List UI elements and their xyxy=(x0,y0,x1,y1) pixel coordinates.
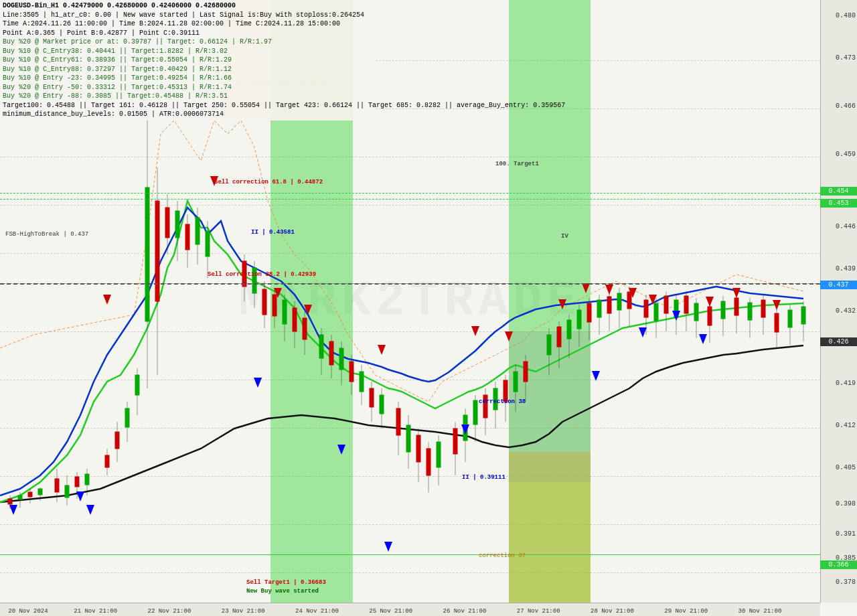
svg-marker-159 xyxy=(605,285,613,295)
svg-rect-120 xyxy=(684,296,688,313)
svg-rect-78 xyxy=(453,429,457,454)
svg-rect-112 xyxy=(644,300,648,317)
svg-rect-100 xyxy=(577,310,581,329)
svg-rect-102 xyxy=(587,303,591,322)
svg-rect-48 xyxy=(283,300,287,324)
svg-marker-156 xyxy=(505,331,513,341)
svg-rect-30 xyxy=(165,208,169,238)
svg-rect-104 xyxy=(597,300,601,317)
svg-rect-134 xyxy=(775,313,779,332)
target-line: Target100: 0.45488 || Target 161: 0.4612… xyxy=(3,101,372,110)
svg-rect-90 xyxy=(514,372,518,392)
svg-rect-62 xyxy=(360,372,364,392)
svg-rect-64 xyxy=(370,388,374,407)
svg-rect-116 xyxy=(664,296,668,313)
svg-rect-114 xyxy=(654,303,658,321)
price-391: 0.391 xyxy=(836,530,856,538)
price-446: 0.446 xyxy=(836,223,856,230)
svg-rect-130 xyxy=(748,303,752,320)
svg-rect-50 xyxy=(293,308,297,331)
svg-rect-132 xyxy=(761,300,765,317)
svg-marker-154 xyxy=(378,345,386,355)
time-28nov: 28 Nov 21:00 xyxy=(591,608,634,615)
svg-rect-60 xyxy=(349,362,354,382)
price-366: 0.366 xyxy=(820,560,857,569)
price-378: 0.378 xyxy=(836,579,856,586)
price-473: 0.473 xyxy=(836,54,856,62)
price-405: 0.405 xyxy=(836,464,856,471)
svg-rect-26 xyxy=(145,187,149,321)
buy-line-1: Buy %10 @ C_Entry38: 0.40441 || Target:1… xyxy=(3,47,372,56)
svg-rect-12 xyxy=(65,485,69,497)
buy-line-6: Buy %20 @ Entry -88: 0.3085 || Target:0.… xyxy=(3,92,372,101)
svg-rect-82 xyxy=(473,400,477,425)
correction-87: correction 87 xyxy=(479,552,526,559)
svg-marker-145 xyxy=(461,425,469,435)
svg-rect-24 xyxy=(135,375,139,395)
target1-line-2 xyxy=(0,199,820,200)
svg-marker-146 xyxy=(592,371,600,381)
fsb-high-break-line xyxy=(0,283,820,285)
svg-marker-163 xyxy=(732,288,741,298)
svg-marker-142 xyxy=(254,378,262,388)
price-432: 0.432 xyxy=(836,307,856,315)
svg-rect-106 xyxy=(607,297,611,313)
target1-line xyxy=(0,193,820,194)
time-30nov: 30 Nov 21:00 xyxy=(738,608,782,615)
svg-rect-92 xyxy=(524,362,528,382)
svg-marker-143 xyxy=(337,445,345,455)
svg-rect-20 xyxy=(115,432,119,449)
time-21nov: 21 Nov 21:00 xyxy=(74,608,117,615)
svg-rect-46 xyxy=(272,295,277,316)
svg-rect-16 xyxy=(85,474,89,485)
sell-target1-label: Sell Target1 | 0.36683 xyxy=(246,579,326,586)
svg-marker-147 xyxy=(639,327,647,337)
time-26nov: 26 Nov 21:00 xyxy=(443,608,487,615)
buy-line-2: Buy %10 @ C_Entry61: 0.38936 || Target:0… xyxy=(3,56,372,65)
price-419: 0.419 xyxy=(836,380,856,387)
buy-line-5: Buy %20 @ Entry -50: 0.33312 || Target:0… xyxy=(3,83,372,92)
svg-rect-94 xyxy=(547,335,551,355)
svg-rect-18 xyxy=(105,455,109,467)
price-398: 0.398 xyxy=(836,500,856,508)
svg-rect-36 xyxy=(196,218,200,244)
target1-label: 100. Target1 xyxy=(495,161,539,167)
svg-rect-138 xyxy=(801,307,805,324)
svg-rect-4 xyxy=(18,495,22,499)
correction-38-label: correction 38 xyxy=(479,398,526,405)
svg-marker-162 xyxy=(706,297,714,307)
buy-line-0: Buy %20 @ Market price or at: 0.39787 ||… xyxy=(3,37,372,47)
svg-rect-6 xyxy=(28,492,32,497)
header-line3: Time A:2024.11.26 11:00:00 | Time B:2024… xyxy=(3,19,372,29)
svg-marker-144 xyxy=(384,542,392,552)
svg-rect-98 xyxy=(567,320,571,339)
svg-rect-28 xyxy=(155,201,159,301)
svg-rect-76 xyxy=(437,442,441,467)
svg-rect-128 xyxy=(734,298,738,315)
time-22nov: 22 Nov 21:00 xyxy=(148,608,191,615)
header-line2: Line:3505 | h1_atr_c0: 0.00 | New wave s… xyxy=(3,11,372,20)
price-454: 0.454 xyxy=(820,187,857,196)
svg-rect-72 xyxy=(416,435,420,462)
svg-marker-141 xyxy=(86,505,94,515)
svg-rect-66 xyxy=(380,395,384,414)
svg-rect-32 xyxy=(175,211,179,238)
price-axis: 0.480 0.473 0.466 0.459 0.454 0.453 0.44… xyxy=(820,0,857,603)
price-459: 0.459 xyxy=(836,151,856,158)
header-line1: DOGEUSD-Bin_H1 0.42479000 0.42680000 0.4… xyxy=(3,1,372,11)
svg-marker-148 xyxy=(672,311,680,321)
min-dist-line: minimum_distance_buy_levels: 0.01505 | A… xyxy=(3,110,372,119)
time-axis: 20 Nov 2024 21 Nov 21:00 22 Nov 21:00 23… xyxy=(0,603,820,616)
time-24nov: 24 Nov 21:00 xyxy=(295,608,339,615)
time-20nov: 20 Nov 2024 xyxy=(8,608,48,615)
svg-rect-110 xyxy=(627,292,631,309)
price-439: 0.439 xyxy=(836,265,856,273)
time-29nov: 29 Nov 21:00 xyxy=(664,608,708,615)
buy-line-3: Buy %10 @ C_Entry88: 0.37297 || Target:0… xyxy=(3,65,372,74)
svg-rect-38 xyxy=(206,231,210,256)
svg-rect-58 xyxy=(339,348,343,370)
svg-marker-139 xyxy=(9,505,17,515)
time-23nov: 23 Nov 21:00 xyxy=(222,608,265,615)
svg-rect-122 xyxy=(694,303,698,321)
price-412: 0.412 xyxy=(836,422,856,429)
